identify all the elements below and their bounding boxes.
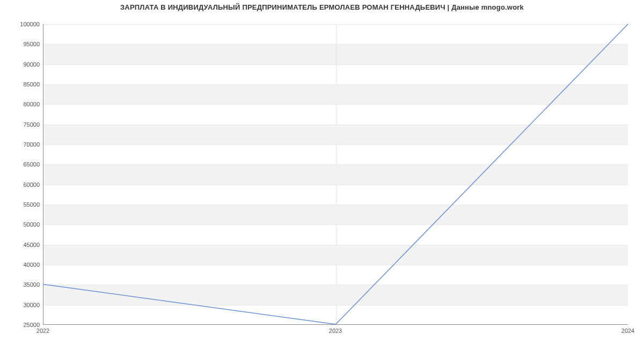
x-tick-label: 2022 (36, 328, 49, 334)
y-tick-label: 50000 (23, 221, 40, 228)
y-tick-label: 85000 (23, 81, 40, 88)
y-tick-label: 90000 (23, 61, 40, 68)
x-tick-label: 2024 (621, 328, 634, 334)
y-tick-label: 35000 (23, 281, 40, 288)
y-tick-label: 95000 (23, 41, 40, 47)
chart-title: ЗАРПЛАТА В ИНДИВИДУАЛЬНЫЙ ПРЕДПРИНИМАТЕЛ… (0, 3, 644, 11)
plot-area (43, 24, 628, 325)
y-tick-label: 80000 (23, 101, 40, 107)
y-tick-label: 70000 (23, 141, 40, 148)
y-tick-label: 55000 (23, 201, 40, 208)
line-series (43, 24, 628, 324)
salary-chart: ЗАРПЛАТА В ИНДИВИДУАЛЬНЫЙ ПРЕДПРИНИМАТЕЛ… (0, 0, 644, 349)
y-tick-label: 75000 (23, 121, 40, 128)
y-tick-label: 40000 (23, 261, 40, 268)
y-tick-label: 100000 (20, 21, 40, 27)
y-tick-label: 30000 (23, 302, 40, 308)
x-tick-label: 2023 (329, 328, 342, 334)
y-tick-label: 60000 (23, 181, 40, 188)
y-tick-label: 65000 (23, 161, 40, 168)
y-tick-label: 45000 (23, 242, 40, 248)
